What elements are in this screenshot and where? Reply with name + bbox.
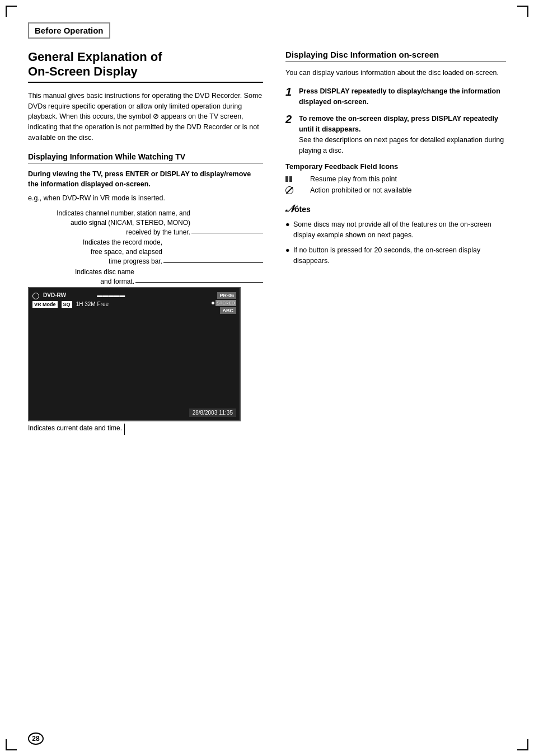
stereo-dot [212, 302, 214, 304]
callout-disc-text: Indicates disc name and format. [28, 267, 134, 287]
callout-record-line [163, 262, 263, 263]
pause-bar-2 [289, 176, 292, 182]
page-number: 28 [28, 732, 44, 745]
notes-box: 𝒩 otes ● Some discs may not provide all … [285, 203, 506, 266]
tv-top-right: PR-06 STEREO ABC [212, 292, 236, 314]
sq-badge: SQ [62, 301, 72, 308]
prohibit-icon-box [285, 186, 306, 194]
stereo-row: STEREO [212, 300, 236, 306]
note-bullet-2: ● [285, 245, 290, 266]
pause-resume-icon [285, 176, 292, 182]
prohibit-text: Action prohibited or not available [310, 186, 411, 194]
dvd-rw-label: DVD-RW ▬▬▬▬▬ [32, 292, 125, 299]
feedback-heading: Temporary Feedback Field Icons [285, 162, 506, 171]
tv-instruction: During viewing the TV, press ENTER or DI… [28, 169, 263, 190]
vr-mode-badge: VR Mode [32, 301, 58, 308]
dvd-type-label: DVD-RW [43, 292, 66, 298]
notes-n-icon: 𝒩 [285, 203, 293, 215]
disc-intro: You can display various information abou… [285, 68, 506, 78]
intro-text: This manual gives basic instructions for… [28, 91, 263, 143]
callout-channel-text: Indicates channel number, station name, … [28, 209, 190, 237]
callout-datetime-line [124, 424, 125, 435]
step-2: 2 To remove the on-screen display, press… [285, 114, 506, 156]
tv-datetime: 28/8/2003 11:35 [189, 408, 236, 417]
callout-channel-line [191, 233, 263, 233]
step-2-text: To remove the on-screen display, press D… [299, 114, 506, 156]
corner-mark-tr [517, 6, 528, 17]
callout-datetime-text: Indicates current date and time. [28, 424, 122, 433]
left-column: General Explanation of On-Screen Display… [28, 50, 263, 435]
corner-mark-bl [6, 739, 17, 750]
feedback-item-prohibit: Action prohibited or not available [285, 186, 506, 194]
notes-label: otes [294, 205, 311, 214]
callout-disc: Indicates disc name and format. [28, 267, 263, 287]
corner-mark-br [517, 739, 528, 750]
main-title: General Explanation of On-Screen Display [28, 50, 263, 83]
section-header: Before Operation [28, 22, 110, 39]
resume-icon-box [285, 176, 306, 182]
free-space-label: 1H 32M Free [76, 301, 109, 307]
step-2-number: 2 [285, 114, 294, 125]
callout-channel: Indicates channel number, station name, … [28, 209, 263, 237]
corner-mark-tl [6, 6, 17, 17]
resume-text: Resume play from this point [310, 175, 397, 183]
note-item-2: ● If no button is pressed for 20 seconds… [285, 245, 506, 266]
step-1-text: Press DISPLAY repeatedly to display/chan… [299, 86, 506, 107]
right-column: Displaying Disc Information on-screen Yo… [285, 50, 506, 435]
page-num-circle: 28 [28, 732, 44, 745]
tv-screen: DVD-RW ▬▬▬▬▬ VR Mode SQ 1H 32M Free [28, 287, 241, 421]
note-bullet-1: ● [285, 219, 290, 241]
callout-datetime: Indicates current date and time. [28, 424, 263, 435]
sub-heading-tv: Displaying Information While Watching TV [28, 152, 263, 163]
note-text-1: Some discs may not provide all of the fe… [293, 219, 506, 241]
disc-icon [32, 293, 39, 299]
pause-bar-1 [285, 176, 288, 182]
step-1-number: 1 [285, 86, 294, 97]
diagram-wrapper: Indicates channel number, station name, … [28, 209, 263, 435]
vr-mode-row: VR Mode SQ 1H 32M Free [32, 300, 125, 308]
callout-record: Indicates the record mode, free space, a… [28, 238, 263, 266]
note-item-1: ● Some discs may not provide all of the … [285, 219, 506, 241]
note-text-2: If no button is pressed for 20 seconds, … [293, 245, 506, 266]
pr-label: PR-06 [217, 292, 236, 299]
feedback-item-resume: Resume play from this point [285, 175, 506, 183]
notes-title: 𝒩 otes [285, 203, 506, 215]
step-1: 1 Press DISPLAY repeatedly to display/ch… [285, 86, 506, 107]
stereo-label: STEREO [216, 300, 236, 306]
callout-disc-line [135, 282, 263, 283]
tv-top-left: DVD-RW ▬▬▬▬▬ VR Mode SQ 1H 32M Free [32, 292, 125, 307]
tv-top-bar: DVD-RW ▬▬▬▬▬ VR Mode SQ 1H 32M Free [32, 292, 236, 314]
prohibit-icon [285, 186, 293, 194]
eg-note: e.g., when DVD-RW in VR mode is inserted… [28, 194, 263, 202]
disc-section-heading: Displaying Disc Information on-screen [285, 50, 506, 62]
progress-bar-inline: ▬▬▬▬▬ [85, 292, 125, 298]
callout-record-text: Indicates the record mode, free space, a… [28, 238, 162, 266]
abc-label: ABC [220, 307, 237, 314]
